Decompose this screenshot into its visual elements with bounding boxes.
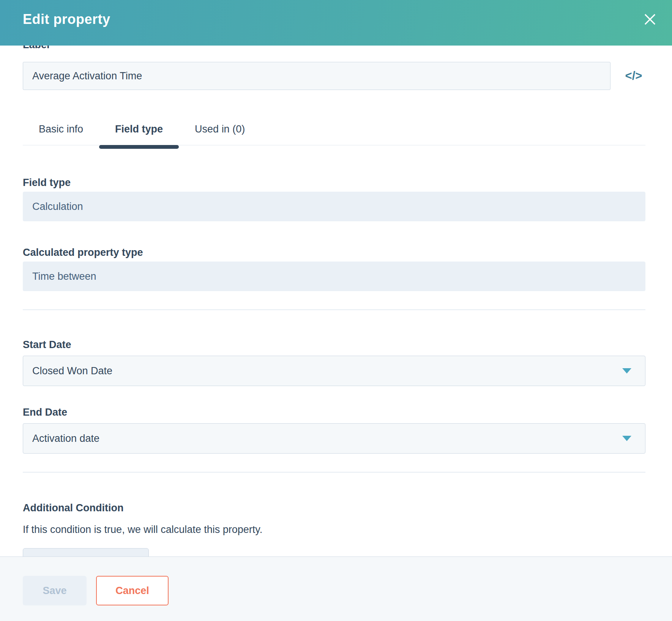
tab-bar: Basic info Field type Used in (0): [23, 124, 645, 145]
modal-footer: Save Cancel: [0, 556, 672, 621]
page-title: Edit property: [23, 11, 110, 27]
field-type-value: Calculation: [32, 201, 83, 213]
start-date-value: Closed Won Date: [32, 365, 112, 377]
field-type-label: Field type: [23, 177, 645, 188]
modal-body: Label * </> Basic info Field type Used i…: [0, 0, 672, 569]
active-tab-underline: [99, 145, 179, 149]
divider: [23, 472, 645, 473]
modal-header: Edit property: [0, 0, 672, 46]
close-button[interactable]: [642, 11, 658, 28]
end-date-value: Activation date: [32, 433, 99, 444]
chevron-down-icon: [622, 436, 631, 441]
tab-field-type[interactable]: Field type: [99, 124, 179, 145]
end-date-select[interactable]: Activation date: [23, 423, 645, 454]
tab-used-in-label: Used in (0): [195, 123, 245, 135]
calculated-property-type-input: Time between: [23, 262, 645, 291]
code-icon[interactable]: </>: [622, 69, 645, 83]
calculated-property-type-value: Time between: [32, 271, 96, 282]
label-input[interactable]: [23, 62, 610, 90]
save-button[interactable]: Save: [23, 576, 87, 605]
additional-condition-label: Additional Condition: [23, 503, 645, 513]
tab-basic-info-label: Basic info: [39, 123, 83, 135]
chevron-down-icon: [622, 368, 631, 374]
tab-basic-info[interactable]: Basic info: [23, 124, 99, 145]
start-date-label: Start Date: [23, 339, 645, 350]
tab-used-in[interactable]: Used in (0): [179, 124, 261, 145]
cancel-button[interactable]: Cancel: [96, 576, 169, 605]
field-type-input: Calculation: [23, 192, 645, 221]
calculated-property-type-label: Calculated property type: [23, 247, 645, 258]
label-field-row: </>: [23, 62, 645, 90]
additional-condition-description: If this condition is true, we will calcu…: [23, 524, 645, 535]
divider: [23, 309, 645, 310]
close-icon: [643, 12, 657, 27]
end-date-label: End Date: [23, 407, 645, 418]
tab-field-type-label: Field type: [115, 123, 163, 135]
start-date-select[interactable]: Closed Won Date: [23, 356, 645, 386]
